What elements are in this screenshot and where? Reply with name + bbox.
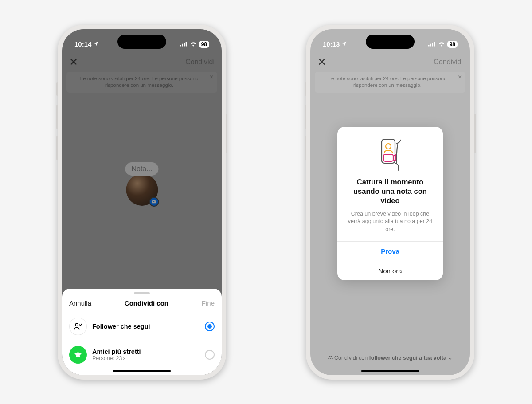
close-icon[interactable]: ✕ [317, 56, 326, 68]
wifi-icon [438, 40, 445, 48]
home-indicator[interactable] [361, 370, 419, 372]
share-footer-bold: follower che segui a tua volta [369, 355, 446, 361]
dynamic-island [117, 35, 166, 49]
battery-level: 98 [450, 41, 455, 47]
battery-badge: 98 [199, 41, 209, 48]
svg-rect-6 [430, 44, 431, 47]
followers-icon [69, 318, 87, 335]
info-banner: Le note sono visibili per 24 ore. Le per… [315, 72, 466, 93]
phone-left: 10:14 98 ✕ Condividi Le [58, 25, 226, 380]
cellular-icon [180, 40, 188, 48]
close-friends-label: Amici più stretti [92, 348, 200, 355]
svg-rect-1 [182, 44, 183, 47]
share-sheet: Annulla Condividi con Fine Follower che … [62, 289, 222, 375]
share-button[interactable]: Condividi [434, 58, 463, 66]
svg-point-4 [75, 323, 78, 326]
video-note-illustration-icon [345, 137, 435, 171]
battery-level: 98 [201, 41, 207, 47]
followers-radio[interactable] [205, 322, 215, 331]
svg-rect-11 [383, 154, 393, 161]
share-audience-footer[interactable]: Condividi con follower che segui a tua v… [310, 354, 470, 361]
banner-close-icon[interactable]: ✕ [458, 74, 462, 81]
sheet-done-button[interactable]: Fine [202, 299, 215, 307]
location-icon [93, 40, 99, 48]
svg-rect-2 [184, 43, 185, 47]
phone-right: 10:13 98 ✕ Condividi Le [306, 25, 474, 380]
chevron-down-icon: ⌄ [448, 355, 453, 361]
screen-right: 10:13 98 ✕ Condividi Le [310, 29, 470, 375]
svg-point-12 [329, 356, 330, 357]
screen-left: 10:14 98 ✕ Condividi Le [62, 29, 222, 375]
home-indicator[interactable] [113, 370, 171, 372]
svg-rect-8 [434, 42, 435, 46]
share-option-followers[interactable]: Follower che segui [62, 313, 222, 341]
close-friends-sublabel[interactable]: Persone: 23 › [92, 355, 200, 361]
svg-rect-0 [180, 45, 181, 46]
sheet-cancel-button[interactable]: Annulla [69, 299, 91, 307]
location-icon [341, 40, 347, 48]
modal-secondary-button[interactable]: Non ora [337, 261, 443, 280]
svg-point-13 [330, 356, 332, 357]
info-banner-text: Le note sono visibili per 24 ore. Le per… [329, 76, 447, 88]
nav-bar: ✕ Condividi [310, 53, 470, 71]
dynamic-island [366, 35, 415, 49]
svg-rect-3 [185, 42, 187, 46]
followers-label: Follower che segui [92, 323, 200, 330]
svg-rect-5 [428, 45, 430, 46]
modal-primary-button[interactable]: Prova [337, 241, 443, 261]
status-time: 10:14 [74, 40, 91, 48]
modal-description: Crea un breve video in loop che verrà ag… [345, 210, 435, 234]
chevron-right-icon: › [123, 355, 125, 361]
cellular-icon [428, 40, 436, 48]
close-friends-icon [69, 346, 87, 364]
share-footer-prefix: Condividi con [334, 355, 369, 361]
svg-rect-7 [432, 43, 433, 47]
modal-title: Cattura il momento usando una nota con v… [345, 177, 435, 206]
status-time: 10:13 [323, 40, 340, 48]
sheet-grabber[interactable] [134, 292, 150, 294]
video-note-modal: Cattura il momento usando una nota con v… [337, 127, 443, 281]
wifi-icon [190, 40, 197, 48]
svg-point-10 [386, 144, 391, 149]
sheet-title: Condividi con [125, 299, 168, 307]
battery-badge: 98 [447, 41, 458, 48]
close-friends-radio[interactable] [205, 350, 215, 360]
